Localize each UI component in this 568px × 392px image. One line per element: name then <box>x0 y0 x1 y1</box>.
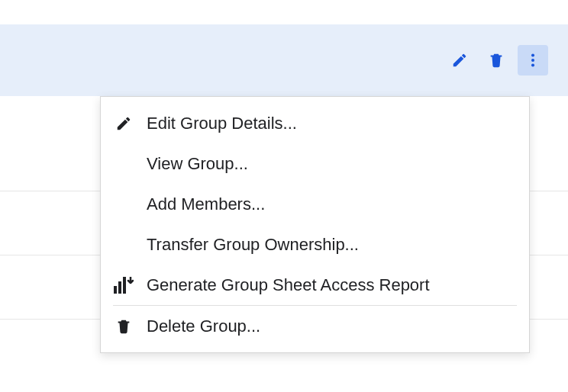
menu-item-edit-group-details[interactable]: Edit Group Details... <box>101 103 529 143</box>
menu-label: Generate Group Sheet Access Report <box>147 275 430 295</box>
menu-item-generate-report[interactable]: Generate Group Sheet Access Report <box>101 265 529 305</box>
menu-item-add-members[interactable]: Add Members... <box>101 184 529 224</box>
more-options-menu: Edit Group Details... View Group... Add … <box>100 96 530 353</box>
bar-chart-download-icon <box>114 277 134 294</box>
svg-rect-4 <box>118 281 121 294</box>
svg-rect-3 <box>114 286 117 294</box>
menu-label: Add Members... <box>147 194 265 214</box>
delete-button[interactable] <box>481 45 512 76</box>
edit-button[interactable] <box>444 45 475 76</box>
menu-item-view-group[interactable]: View Group... <box>101 143 529 184</box>
menu-item-transfer-ownership[interactable]: Transfer Group Ownership... <box>101 224 529 265</box>
svg-rect-5 <box>123 277 126 294</box>
menu-label: Delete Group... <box>147 316 260 336</box>
svg-point-1 <box>531 59 534 62</box>
kebab-icon <box>524 52 541 69</box>
trash-icon <box>115 318 132 335</box>
header-bar <box>0 24 568 96</box>
menu-item-delete-group[interactable]: Delete Group... <box>101 306 529 346</box>
menu-label: Edit Group Details... <box>147 114 297 133</box>
more-options-button[interactable] <box>518 45 548 76</box>
svg-point-2 <box>531 63 534 66</box>
pencil-icon <box>115 115 132 132</box>
menu-label: View Group... <box>147 154 248 174</box>
svg-point-0 <box>531 54 534 57</box>
pencil-icon <box>451 52 468 69</box>
trash-icon <box>488 52 505 69</box>
menu-label: Transfer Group Ownership... <box>147 235 359 255</box>
